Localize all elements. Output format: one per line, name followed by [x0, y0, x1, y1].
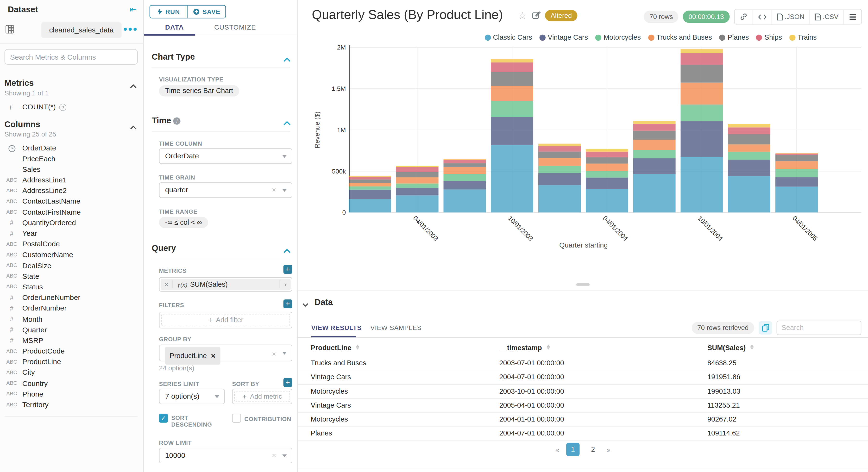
bar-segment-Vintage Cars-2004-01-01[interactable]	[538, 173, 581, 185]
bar-segment-Motorcycles-2003-01-01[interactable]	[349, 187, 391, 190]
bar-segment-Trucks and Buses-2003-10-01[interactable]	[491, 86, 533, 101]
help-icon[interactable]: ?	[59, 104, 66, 111]
clear-icon[interactable]: ×	[272, 183, 276, 197]
column-item-Quarter[interactable]: #Quarter	[0, 325, 143, 336]
contribution-checkbox[interactable]	[232, 414, 241, 423]
bar-segment-Ships-2004-04-01[interactable]	[586, 152, 628, 157]
bar-segment-Ships-2003-07-01[interactable]	[443, 160, 486, 163]
results-search-input[interactable]	[777, 321, 862, 335]
dataset-options-icon[interactable]: ●●●	[123, 25, 138, 33]
series-limit-select[interactable]: 7 option(s)	[159, 388, 225, 404]
time-range-pill[interactable]: -∞ ≤ col < ∞	[159, 217, 208, 228]
tab-customize[interactable]: CUSTOMIZE	[214, 23, 256, 31]
bar-segment-Vintage Cars-2003-10-01[interactable]	[491, 117, 533, 145]
bar-segment-Trains-2003-01-01[interactable]	[349, 176, 391, 177]
collapse-panel-icon[interactable]: ⇤	[130, 5, 136, 15]
bar-segment-Motorcycles-2003-04-01[interactable]	[396, 184, 438, 188]
bar-segment-Classic Cars-2003-10-01[interactable]	[491, 145, 533, 213]
column-item-Sales[interactable]: Sales	[0, 164, 143, 175]
bar-segment-Vintage Cars-2005-04-01[interactable]	[775, 177, 818, 187]
bar-segment-Trains-2004-10-01[interactable]	[681, 49, 723, 53]
column-item-MSRP[interactable]: #MSRP	[0, 335, 143, 346]
clear-icon[interactable]: ×	[272, 346, 276, 362]
bar-segment-Trains-2003-07-01[interactable]	[443, 159, 486, 160]
bar-segment-Planes-2004-07-01[interactable]	[633, 131, 675, 139]
metric-item[interactable]: ƒ COUNT(*) ?	[0, 102, 143, 113]
pagination-prev[interactable]: «	[555, 445, 559, 454]
bar-segment-Trains-2005-04-01[interactable]	[775, 153, 818, 154]
column-item-Country[interactable]: ABCCountry	[0, 378, 143, 389]
chevron-up-icon[interactable]	[130, 122, 137, 132]
bar-segment-Ships-2003-10-01[interactable]	[491, 62, 533, 72]
bar-segment-Planes-2004-04-01[interactable]	[586, 157, 628, 164]
column-item-ContactFirstName[interactable]: ABCContactFirstName	[0, 207, 143, 218]
column-header-sum-sales[interactable]: SUM(Sales)	[707, 344, 754, 352]
bar-segment-Classic Cars-2004-07-01[interactable]	[633, 174, 675, 213]
bar-segment-Vintage Cars-2003-01-01[interactable]	[349, 190, 391, 199]
bar-segment-Trains-2003-04-01[interactable]	[396, 166, 438, 167]
export-csv-button[interactable]: .CSV	[809, 9, 843, 24]
column-item-QuantityOrdered[interactable]: #QuantityOrdered	[0, 218, 143, 228]
column-item-PostalCode[interactable]: ABCPostalCode	[0, 239, 143, 250]
bar-segment-Classic Cars-2005-04-01[interactable]	[775, 187, 818, 212]
bar-segment-Planes-2005-01-01[interactable]	[728, 134, 770, 145]
remove-tag-icon[interactable]: ✕	[211, 348, 216, 364]
bar-segment-Planes-2005-04-01[interactable]	[775, 155, 818, 161]
time-grain-select[interactable]: quarter ×	[159, 182, 292, 198]
export-json-button[interactable]: .JSON	[771, 9, 810, 24]
bar-segment-Vintage Cars-2004-10-01[interactable]	[681, 121, 723, 157]
bar-segment-Classic Cars-2003-01-01[interactable]	[349, 199, 391, 212]
bar-segment-Classic Cars-2005-01-01[interactable]	[728, 176, 770, 213]
expand-metric-icon[interactable]: ›	[279, 280, 290, 288]
tab-data[interactable]: DATA	[165, 23, 184, 31]
row-limit-select[interactable]: 10000 ×	[159, 448, 292, 463]
bar-segment-Trucks and Buses-2003-04-01[interactable]	[396, 177, 438, 184]
bar-segment-Motorcycles-2005-01-01[interactable]	[728, 152, 770, 160]
copy-data-button[interactable]	[758, 321, 772, 335]
column-item-ProductCode[interactable]: ABCProductCode	[0, 346, 143, 357]
column-item-CustomerName[interactable]: ABCCustomerName	[0, 250, 143, 260]
bar-segment-Trucks and Buses-2004-04-01[interactable]	[586, 164, 628, 171]
chevron-down-icon[interactable]	[302, 300, 309, 310]
add-filter-button[interactable]: + Add filter	[161, 314, 290, 326]
bar-segment-Trucks and Buses-2004-10-01[interactable]	[681, 83, 723, 104]
panel-resize-handle[interactable]	[576, 283, 590, 286]
bar-segment-Vintage Cars-2004-07-01[interactable]	[633, 158, 675, 174]
bar-segment-Motorcycles-2003-10-01[interactable]	[491, 101, 533, 117]
favorite-star-icon[interactable]: ☆	[518, 10, 527, 22]
chevron-up-icon[interactable]	[130, 81, 137, 91]
bar-segment-Planes-2003-04-01[interactable]	[396, 172, 438, 177]
time-column-select[interactable]: OrderDate	[159, 148, 292, 164]
bar-segment-Motorcycles-2004-01-01[interactable]	[538, 166, 581, 173]
save-button[interactable]: SAVE	[188, 5, 225, 18]
pagination-next[interactable]: »	[607, 445, 611, 454]
altered-badge[interactable]: Altered	[545, 10, 578, 21]
bar-segment-Motorcycles-2005-04-01[interactable]	[775, 169, 818, 177]
bar-segment-Planes-2003-07-01[interactable]	[443, 163, 486, 167]
column-item-PriceEach[interactable]: PriceEach	[0, 153, 143, 164]
bar-segment-Planes-2004-01-01[interactable]	[538, 152, 581, 158]
chevron-up-icon[interactable]	[283, 55, 291, 65]
column-item-Month[interactable]: #Month	[0, 314, 143, 325]
bar-segment-Classic Cars-2003-04-01[interactable]	[396, 195, 438, 213]
column-item-Phone[interactable]: ABCPhone	[0, 389, 143, 400]
chevron-up-icon[interactable]	[283, 246, 291, 256]
edit-title-icon[interactable]	[532, 11, 540, 22]
bar-segment-Planes-2004-10-01[interactable]	[681, 65, 723, 83]
sort-descending-checkbox[interactable]: ✓	[159, 414, 168, 423]
chevron-up-icon[interactable]	[283, 118, 291, 128]
bar-segment-Trains-2005-01-01[interactable]	[728, 124, 770, 127]
copy-link-button[interactable]	[735, 9, 752, 24]
bar-segment-Ships-2003-04-01[interactable]	[396, 167, 438, 172]
menu-button[interactable]	[843, 9, 861, 24]
bar-segment-Ships-2004-01-01[interactable]	[538, 146, 581, 152]
info-icon[interactable]: i	[173, 117, 181, 127]
column-item-State[interactable]: ABCState	[0, 271, 143, 282]
bar-segment-Trains-2004-04-01[interactable]	[586, 149, 628, 152]
bar-segment-Planes-2003-10-01[interactable]	[491, 72, 533, 86]
add-metric-plus-button[interactable]: +	[283, 265, 292, 274]
pagination-page-1[interactable]: 1	[566, 443, 580, 456]
embed-code-button[interactable]	[752, 9, 771, 24]
column-item-OrderDate[interactable]: OrderDate	[0, 143, 143, 154]
bar-segment-Trucks and Buses-2003-07-01[interactable]	[443, 167, 486, 174]
